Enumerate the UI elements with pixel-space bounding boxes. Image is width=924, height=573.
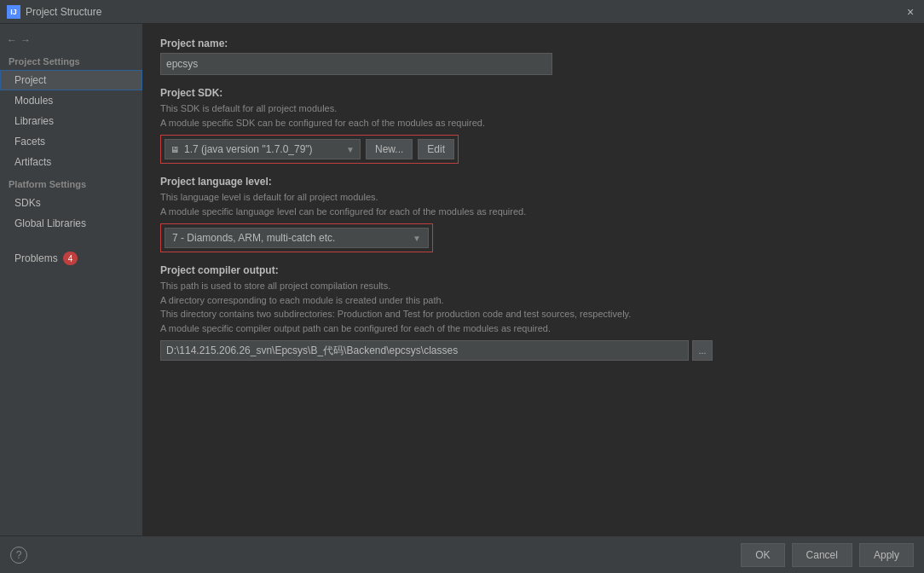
sdk-dropdown-arrow-icon: ▼	[346, 145, 355, 154]
sidebar-item-project[interactable]: Project	[0, 70, 142, 90]
project-lang-desc: This language level is default for all p…	[160, 190, 907, 218]
sidebar-item-global-libraries[interactable]: Global Libraries	[0, 213, 142, 234]
nav-forward-icon[interactable]: →	[20, 34, 31, 46]
platform-settings-section: Platform Settings	[0, 172, 142, 193]
sidebar-item-sdks[interactable]: SDKs	[0, 193, 142, 213]
compiler-output-title: Project compiler output:	[160, 264, 907, 276]
compiler-output-desc: This path is used to store all project c…	[160, 279, 907, 335]
project-settings-section: Project Settings	[0, 49, 142, 70]
project-name-input[interactable]	[160, 53, 552, 75]
app-icon: IJ	[7, 5, 20, 19]
project-sdk-title: Project SDK:	[160, 87, 907, 99]
title-bar: IJ Project Structure ×	[0, 0, 924, 24]
sdk-edit-button[interactable]: Edit	[418, 139, 454, 159]
dialog-body: ← → Project Settings Project Modules Lib…	[0, 24, 924, 535]
compiler-output-input[interactable]	[160, 340, 689, 361]
bottom-bar: ? OK Cancel Apply	[0, 535, 924, 573]
sdk-row: 🖥 1.7 (java version "1.7.0_79") ▼ New...…	[160, 135, 459, 164]
lang-level-row: 7 - Diamonds, ARM, multi-catch etc. ▼	[160, 223, 433, 252]
sidebar-nav: ← →	[0, 31, 142, 49]
browse-button[interactable]: ...	[692, 340, 713, 361]
bottom-buttons: OK Cancel Apply	[741, 543, 914, 567]
sidebar-item-facets[interactable]: Facets	[0, 131, 142, 152]
project-name-label: Project name:	[160, 38, 907, 49]
sidebar: ← → Project Settings Project Modules Lib…	[0, 24, 143, 535]
ok-button[interactable]: OK	[741, 543, 784, 567]
help-button[interactable]: ?	[10, 547, 27, 564]
dialog-title: Project Structure	[26, 6, 101, 18]
title-bar-left: IJ Project Structure	[7, 5, 101, 19]
sidebar-item-libraries[interactable]: Libraries	[0, 111, 142, 131]
compiler-output-row: ...	[160, 340, 907, 361]
problems-badge: 4	[63, 252, 78, 265]
cancel-button[interactable]: Cancel	[792, 543, 852, 567]
sidebar-item-problems[interactable]: Problems 4	[0, 247, 142, 269]
sidebar-item-modules[interactable]: Modules	[0, 90, 142, 111]
sdk-new-button[interactable]: New...	[366, 139, 413, 159]
apply-button[interactable]: Apply	[859, 543, 914, 567]
sdk-select[interactable]: 🖥 1.7 (java version "1.7.0_79") ▼	[165, 139, 361, 159]
sdk-icon: 🖥	[170, 145, 179, 154]
nav-back-icon[interactable]: ←	[7, 34, 17, 46]
sidebar-item-artifacts[interactable]: Artifacts	[0, 152, 142, 172]
lang-dropdown-arrow-icon: ▼	[413, 234, 421, 243]
project-lang-title: Project language level:	[160, 176, 907, 188]
lang-level-select[interactable]: 7 - Diamonds, ARM, multi-catch etc. ▼	[165, 228, 429, 248]
content-area: Project name: Project SDK: This SDK is d…	[143, 24, 924, 535]
project-sdk-desc1: This SDK is default for all project modu…	[160, 101, 907, 130]
close-button[interactable]: ×	[904, 5, 917, 19]
